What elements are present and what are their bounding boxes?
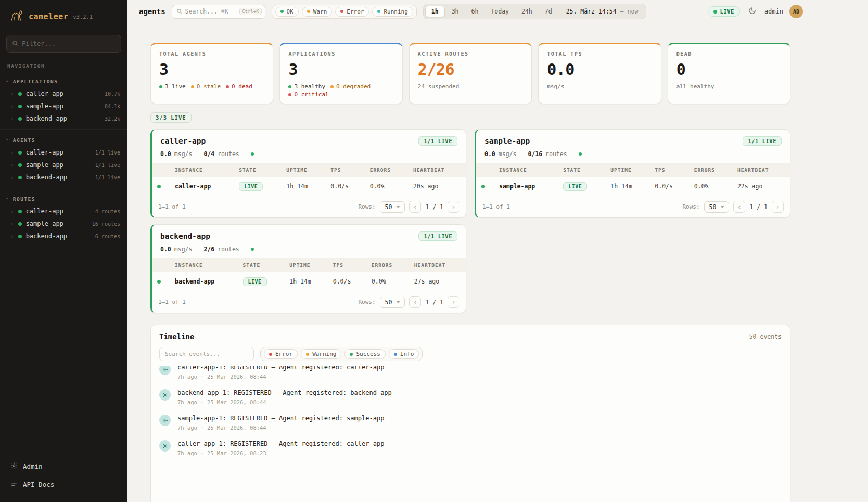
column-header-uptime: UPTIME	[281, 163, 325, 177]
range-today-button[interactable]: Today	[485, 6, 515, 17]
sidebar-item-agent-backend-app[interactable]: backend-app 1/1 live	[0, 171, 127, 184]
shortcut-badge: Ctrl+K	[239, 8, 262, 15]
timeline-filter-info-button[interactable]: Info	[389, 349, 419, 359]
filter-warn-button[interactable]: Warn	[302, 7, 333, 17]
chevron-right-icon	[10, 208, 14, 215]
sidebar-item-agent-sample-app[interactable]: sample-app 1/1 live	[0, 159, 127, 171]
docs-icon	[10, 480, 18, 489]
stat-label: DEAD	[676, 51, 782, 57]
timeline-event-list[interactable]: caller-app-1: REGISTERED — Agent registe…	[151, 366, 790, 502]
page-indicator: 1 / 1	[425, 299, 443, 306]
status-dot	[394, 353, 397, 356]
global-search[interactable]: Ctrl+K	[172, 5, 265, 19]
table-row[interactable]: sample-app LIVE 1h 14m 0.0/s 0.0% 22s ag…	[476, 177, 790, 196]
rows-per-page-value: 50	[385, 299, 392, 306]
column-header-tps: TPS	[649, 163, 688, 177]
sidebar-item-badge: 6 routes	[95, 234, 120, 239]
timeline-filter-warning-button[interactable]: Warning	[301, 349, 341, 359]
column-header-uptime: UPTIME	[284, 258, 328, 272]
column-header-uptime: UPTIME	[605, 163, 649, 177]
sidebar-item-label: sample-app	[26, 161, 63, 169]
stat-label: TOTAL AGENTS	[159, 51, 264, 57]
filter-running-button[interactable]: Running	[372, 7, 413, 17]
status-filter-group: OK Warn Error Running	[272, 5, 417, 19]
event-title: caller-app-1: REGISTERED — Agent registe…	[177, 366, 384, 371]
sidebar-item-api-docs[interactable]: API Docs	[0, 475, 127, 494]
next-page-button[interactable]: ›	[448, 296, 459, 308]
sidebar-footer: Admin API Docs	[0, 453, 127, 502]
prev-page-button[interactable]: ‹	[409, 296, 421, 308]
prev-page-button[interactable]: ‹	[409, 201, 421, 213]
filter-ok-button[interactable]: OK	[275, 7, 299, 17]
status-dot	[350, 353, 353, 356]
range-1h-button[interactable]: 1h	[425, 6, 445, 17]
timeline-filter-success-button[interactable]: Success	[344, 349, 385, 359]
cell-heartbeat: 22s ago	[732, 177, 790, 196]
filter-label: Warn	[313, 8, 327, 15]
app-logo[interactable]: cameleer v3.2.1	[0, 0, 127, 31]
range-24h-button[interactable]: 24h	[516, 6, 538, 17]
range-3h-button[interactable]: 3h	[446, 6, 465, 17]
table-row[interactable]: backend-app LIVE 1h 14m 0.0/s 0.0% 27s a…	[152, 272, 466, 291]
timeline-filter-error-button[interactable]: Error	[264, 349, 298, 359]
live-indicator[interactable]: LIVE	[708, 6, 740, 17]
overall-live-badge: 3/3 LIVE	[150, 112, 192, 123]
sidebar-filter-input[interactable]	[22, 40, 116, 47]
rows-per-page-select[interactable]: 50	[704, 201, 730, 213]
section-bullet-icon	[5, 136, 10, 144]
table-row[interactable]: caller-app LIVE 1h 14m 0.0/s 0.0% 20s ag…	[152, 177, 466, 196]
timeline-event[interactable]: sample-app-1: REGISTERED — Agent registe…	[159, 410, 782, 435]
app-name: cameleer	[29, 12, 68, 21]
sidebar-item-label: backend-app	[26, 115, 67, 122]
instance-status-dot	[481, 185, 485, 188]
rows-per-page-select[interactable]: 50	[380, 201, 405, 213]
chevron-down-icon	[397, 301, 400, 303]
sidebar-item-agent-caller-app[interactable]: caller-app 1/1 live	[0, 146, 127, 159]
section-header-applications[interactable]: APPLICATIONS	[0, 73, 127, 87]
page-indicator: 1 / 1	[425, 203, 443, 211]
app-version: v3.2.1	[73, 14, 93, 20]
timeline-controls: Error Warning Success Info	[151, 347, 790, 366]
next-page-button[interactable]: ›	[772, 201, 784, 213]
sidebar-item-application-backend-app[interactable]: backend-app 32.2k	[0, 112, 127, 125]
state-badge: LIVE	[239, 182, 263, 191]
sidebar-item-routes-sample-app[interactable]: sample-app 16 routes	[0, 217, 127, 230]
timeline-event[interactable]: caller-app-1: REGISTERED — Agent registe…	[159, 435, 782, 461]
section-header-agents[interactable]: AGENTS	[0, 132, 127, 146]
sidebar-item-badge: 84.1k	[105, 104, 120, 109]
timeline-event[interactable]: backend-app-1: REGISTERED — Agent regist…	[159, 384, 782, 410]
row-range: 1–1 of 1	[482, 203, 510, 210]
sidebar-item-admin[interactable]: Admin	[0, 457, 127, 475]
dark-mode-toggle[interactable]	[746, 5, 758, 18]
timeline-search[interactable]	[159, 347, 254, 361]
stat-meta: 3 live 0 stale 0 dead	[159, 83, 264, 90]
sidebar-item-application-sample-app[interactable]: sample-app 84.1k	[0, 100, 127, 112]
next-page-button[interactable]: ›	[448, 201, 459, 213]
avatar[interactable]: AD	[789, 5, 803, 18]
sidebar-item-badge: 1/1 live	[95, 175, 120, 181]
sidebar-item-routes-caller-app[interactable]: caller-app 4 routes	[0, 205, 127, 217]
stat-card-total-tps: TOTAL TPS 0.0 msg/s	[538, 43, 661, 104]
app-live-badge: 1/1 LIVE	[418, 231, 457, 241]
sidebar-item-label: sample-app	[26, 220, 63, 227]
column-header-instance: INSTANCE	[170, 258, 238, 272]
instance-status-dot	[157, 185, 161, 188]
timeline-search-input[interactable]	[165, 351, 248, 357]
rows-per-page-select[interactable]: 50	[380, 297, 405, 308]
timeline-event[interactable]: caller-app-1: REGISTERED — Agent registe…	[159, 366, 782, 384]
range-6h-button[interactable]: 6h	[466, 6, 484, 17]
stat-card-total-agents: TOTAL AGENTS 3 3 live 0 stale 0 dead	[150, 43, 273, 104]
range-7d-button[interactable]: 7d	[539, 6, 558, 17]
chevron-right-icon	[10, 174, 14, 181]
global-search-input[interactable]	[185, 8, 236, 15]
cell-heartbeat: 20s ago	[408, 177, 466, 196]
filter-error-button[interactable]: Error	[335, 7, 369, 17]
username[interactable]: admin	[764, 8, 783, 15]
sidebar-item-routes-backend-app[interactable]: backend-app 6 routes	[0, 230, 127, 242]
section-agents: AGENTS caller-app 1/1 live sample-app 1/…	[0, 129, 127, 188]
cell-uptime: 1h 14m	[284, 272, 328, 291]
sidebar-item-application-caller-app[interactable]: caller-app 10.7k	[0, 87, 127, 100]
prev-page-button[interactable]: ‹	[733, 201, 745, 213]
section-header-routes[interactable]: ROUTES	[0, 190, 127, 205]
instance-status-dot	[157, 280, 161, 284]
